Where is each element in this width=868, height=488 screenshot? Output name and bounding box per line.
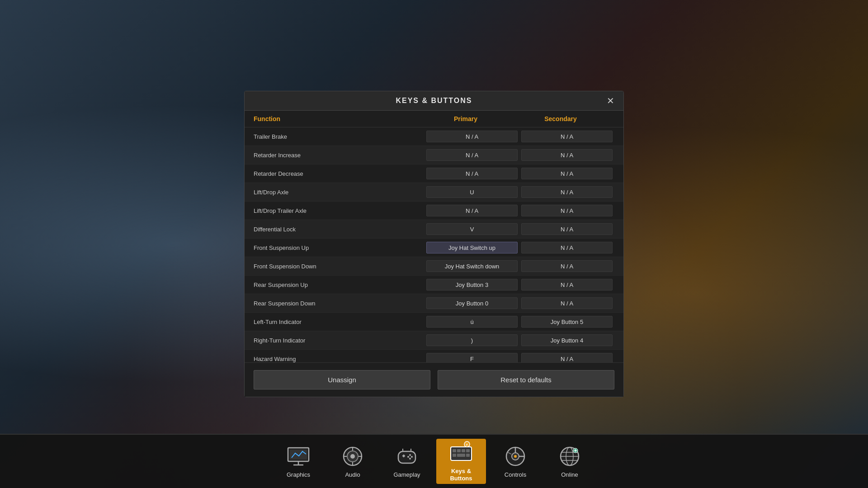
col-primary-header: Primary [418, 115, 513, 122]
svg-rect-23 [462, 449, 465, 452]
svg-rect-26 [457, 454, 465, 457]
tab-label-gameplay: Gameplay [393, 471, 420, 479]
table-row[interactable]: Right-Turn Indicator)Joy Button 4 [245, 331, 623, 350]
table-row[interactable]: Retarder IncreaseN / AN / A [245, 146, 623, 164]
row-primary-key[interactable]: ú [426, 316, 518, 328]
row-function-label: Differential Lock [254, 226, 425, 233]
table-row[interactable]: Lift/Drop AxleUN / A [245, 183, 623, 202]
row-primary-key[interactable]: ) [426, 334, 518, 346]
modal-footer: Unassign Reset to defaults [245, 362, 623, 397]
table-header: Function Primary Secondary [245, 111, 623, 127]
svg-rect-27 [466, 454, 470, 457]
unassign-button[interactable]: Unassign [254, 370, 430, 389]
row-secondary-key[interactable]: N / A [521, 223, 613, 235]
row-function-label: Hazard Warning [254, 356, 425, 362]
keys-buttons-modal: KEYS & BUTTONS ✕ Function Primary Second… [244, 91, 624, 397]
table-row[interactable]: Front Suspension DownJoy Hat Switch down… [245, 257, 623, 276]
row-secondary-key[interactable]: Joy Button 4 [521, 334, 613, 346]
tab-label-graphics: Graphics [287, 471, 310, 479]
reset-defaults-button[interactable]: Reset to defaults [438, 370, 614, 389]
row-secondary-key[interactable]: Joy Button 5 [521, 316, 613, 328]
row-function-label: Front Suspension Down [254, 263, 425, 270]
row-secondary-key[interactable]: N / A [521, 205, 613, 216]
row-primary-key[interactable]: N / A [426, 168, 518, 179]
row-primary-key[interactable]: U [426, 186, 518, 198]
row-secondary-key[interactable]: N / A [521, 186, 613, 198]
tab-label-controls: Controls [505, 471, 526, 479]
row-secondary-key[interactable]: N / A [521, 149, 613, 161]
tab-item-online[interactable]: Online [545, 439, 594, 484]
graphics-icon [286, 444, 311, 469]
tab-item-controls[interactable]: Controls [491, 439, 540, 484]
modal-body: Function Primary Secondary Trailer Brake… [245, 111, 623, 362]
gameplay-icon [395, 444, 419, 469]
svg-rect-24 [466, 449, 470, 452]
svg-point-15 [411, 456, 413, 458]
row-secondary-key[interactable]: N / A [521, 260, 613, 272]
table-row[interactable]: Differential LockVN / A [245, 220, 623, 239]
row-primary-key[interactable]: V [426, 223, 518, 235]
row-primary-key[interactable]: N / A [426, 131, 518, 142]
row-function-label: Front Suspension Up [254, 244, 425, 251]
table-row[interactable]: Retarder DecreaseN / AN / A [245, 164, 623, 183]
row-function-label: Lift/Drop Trailer Axle [254, 207, 425, 214]
svg-point-6 [350, 454, 355, 459]
table-row[interactable]: Left-Turn IndicatorúJoy Button 5 [245, 313, 623, 331]
controls-icon [503, 444, 528, 469]
col-function-header: Function [254, 115, 418, 122]
row-secondary-key[interactable]: N / A [521, 279, 613, 291]
table-row[interactable]: Trailer BrakeN / AN / A [245, 127, 623, 146]
keys_buttons-icon: Y [449, 441, 473, 465]
close-button[interactable]: ✕ [603, 94, 618, 107]
table-row[interactable]: Rear Suspension DownJoy Button 0N / A [245, 294, 623, 313]
col-secondary-header: Secondary [513, 115, 608, 122]
tab-item-graphics[interactable]: Graphics [274, 439, 323, 484]
row-primary-key[interactable]: N / A [426, 205, 518, 216]
row-function-label: Retarder Increase [254, 152, 425, 159]
svg-rect-22 [457, 449, 461, 452]
svg-point-17 [409, 458, 411, 460]
table-body: Trailer BrakeN / AN / ARetarder Increase… [245, 127, 623, 362]
row-function-label: Trailer Brake [254, 133, 425, 140]
row-secondary-key[interactable]: N / A [521, 168, 613, 179]
row-primary-key[interactable]: Joy Hat Switch up [426, 242, 518, 253]
row-primary-key[interactable]: Joy Hat Switch down [426, 260, 518, 272]
tab-label-keys_buttons: Keys & Buttons [440, 468, 482, 482]
table-row[interactable]: Lift/Drop Trailer AxleN / AN / A [245, 202, 623, 220]
row-primary-key[interactable]: Joy Button 0 [426, 297, 518, 309]
tab-item-audio[interactable]: Audio [328, 439, 377, 484]
audio-icon [340, 444, 365, 469]
row-function-label: Right-Turn Indicator [254, 337, 425, 344]
row-primary-key[interactable]: F [426, 353, 518, 362]
online-icon [557, 444, 582, 469]
table-row[interactable]: Front Suspension UpJoy Hat Switch upN / … [245, 239, 623, 257]
svg-rect-21 [453, 449, 456, 452]
row-secondary-key[interactable]: N / A [521, 297, 613, 309]
svg-rect-11 [398, 451, 415, 463]
table-row[interactable]: Rear Suspension UpJoy Button 3N / A [245, 276, 623, 294]
tab-label-online: Online [561, 471, 578, 479]
row-secondary-key[interactable]: N / A [521, 242, 613, 253]
svg-point-14 [409, 454, 411, 456]
svg-text:Y: Y [466, 443, 468, 447]
svg-rect-25 [453, 454, 456, 457]
row-secondary-key[interactable]: N / A [521, 131, 613, 142]
row-primary-key[interactable]: N / A [426, 149, 518, 161]
svg-point-16 [407, 456, 409, 458]
row-primary-key[interactable]: Joy Button 3 [426, 279, 518, 291]
row-function-label: Lift/Drop Axle [254, 189, 425, 196]
row-function-label: Left-Turn Indicator [254, 319, 425, 325]
svg-point-34 [514, 455, 517, 458]
tab-item-keys_buttons[interactable]: Y Keys & Buttons [436, 439, 486, 484]
tab-label-audio: Audio [345, 471, 360, 479]
row-function-label: Retarder Decrease [254, 170, 425, 177]
table-row[interactable]: Hazard WarningFN / A [245, 350, 623, 362]
row-secondary-key[interactable]: N / A [521, 353, 613, 362]
row-function-label: Rear Suspension Up [254, 282, 425, 288]
tab-item-gameplay[interactable]: Gameplay [382, 439, 432, 484]
modal-header: KEYS & BUTTONS ✕ [245, 91, 623, 111]
row-function-label: Rear Suspension Down [254, 300, 425, 307]
bottom-bar: Graphics Audio Gameplay Y Keys & Buttons [0, 434, 868, 488]
svg-rect-1 [290, 450, 307, 460]
modal-title: KEYS & BUTTONS [396, 97, 472, 105]
